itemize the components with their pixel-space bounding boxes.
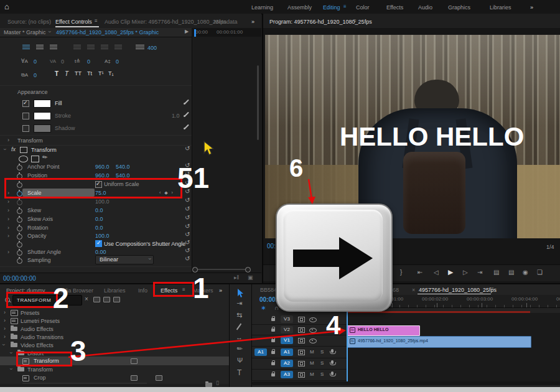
pen-mask-tool-icon[interactable]: ✎: [40, 153, 49, 162]
fx-transform-reset-icon[interactable]: ↺: [185, 146, 190, 152]
workspace-tab-editing[interactable]: Editing: [323, 4, 340, 11]
transform-folder-chevron[interactable]: ›: [8, 368, 14, 370]
baseline-shift-value[interactable]: 0: [116, 58, 119, 65]
a1-sync-icon[interactable]: [298, 350, 305, 355]
a1-track-label[interactable]: A1: [281, 348, 293, 356]
search-clear-icon[interactable]: ×: [85, 296, 88, 302]
v3-lock-icon[interactable]: [271, 318, 275, 321]
master-clip-tab[interactable]: Master * Graphic: [4, 29, 46, 36]
effect-controls-panel-menu-icon[interactable]: ≡: [95, 18, 98, 24]
a3-mute-button[interactable]: M: [310, 371, 314, 377]
tree-item-presets[interactable]: Presets: [21, 309, 40, 317]
justify-full-button[interactable]: [114, 45, 122, 50]
chevron-down-icon[interactable]: ›: [47, 31, 53, 33]
anchor-y-value[interactable]: 540.0: [116, 163, 130, 170]
tab-metadata[interactable]: Metadata: [214, 18, 238, 26]
play-button[interactable]: ▶: [448, 268, 453, 276]
ec-current-timecode[interactable]: 00:00:00:00: [3, 274, 36, 282]
sampling-reset-icon[interactable]: ↺: [185, 256, 190, 262]
a2-mute-button[interactable]: M: [310, 360, 314, 366]
v2-lock-icon[interactable]: [271, 329, 275, 332]
step-back-button[interactable]: ◁: [434, 269, 439, 276]
tab-info[interactable]: Info: [138, 287, 147, 294]
v2-sync-icon[interactable]: [298, 327, 305, 333]
track-header-a3[interactable]: A3 M S: [252, 370, 347, 381]
v3-visibility-icon[interactable]: [309, 317, 317, 322]
stroke-color-swatch[interactable]: [34, 112, 51, 120]
graphic-clip-tab[interactable]: 4957766-hd_1920_1080_25fps * Graphic: [56, 29, 159, 36]
program-zoom-level[interactable]: 1/4: [546, 243, 554, 251]
ec-play-icon[interactable]: ▸‖: [234, 274, 239, 281]
ec-playhead[interactable]: [194, 29, 196, 37]
shutter-comp-stopwatch-icon[interactable]: [17, 242, 22, 248]
ripple-edit-tool-icon[interactable]: ⇆: [236, 311, 242, 319]
tab-audio-clip-mixer[interactable]: Audio Clip Mixer: 4957766-hd_1920_1080_2…: [105, 18, 226, 26]
export-frame-button[interactable]: ◉: [523, 269, 528, 276]
track-select-tool-icon[interactable]: ⇥: [236, 299, 242, 307]
hand-tool-icon[interactable]: Ψ: [237, 357, 243, 364]
skew-axis-reset-icon[interactable]: ↺: [185, 215, 190, 221]
tab-effect-controls[interactable]: Effect Controls: [55, 18, 92, 26]
workspace-tab-libraries[interactable]: Libraries: [490, 4, 511, 11]
ec-export-icon[interactable]: ▣: [248, 274, 253, 281]
workspace-tab-learning[interactable]: Learning: [251, 4, 273, 11]
superscript-button[interactable]: T¹: [98, 70, 104, 77]
accelerated-effects-filter-icon[interactable]: [93, 297, 100, 302]
fill-color-swatch[interactable]: [34, 100, 51, 108]
lift-button[interactable]: ▤: [493, 269, 499, 276]
tab-libraries[interactable]: Libraries: [104, 287, 126, 294]
workspace-tab-graphics[interactable]: Graphics: [448, 4, 470, 11]
slip-tool-icon[interactable]: ↔: [236, 334, 243, 341]
delete-icon[interactable]: ▯: [216, 380, 219, 386]
workspace-tab-color[interactable]: Color: [356, 4, 370, 11]
selection-tool-icon[interactable]: [236, 289, 245, 298]
anchor-stopwatch-icon[interactable]: [17, 165, 22, 170]
rotation-expander-chevron[interactable]: ›: [7, 225, 9, 231]
opacity-expander-chevron[interactable]: ›: [7, 233, 9, 239]
program-panel-menu-icon[interactable]: ≡: [353, 18, 357, 24]
skew-expander-chevron[interactable]: ›: [7, 207, 9, 213]
extract-button[interactable]: ▤: [508, 269, 514, 276]
go-to-out-button[interactable]: ⇥: [477, 269, 482, 276]
faux-bold-button[interactable]: T: [55, 70, 58, 77]
a2-voiceover-icon[interactable]: [331, 360, 334, 364]
v1-visibility-icon[interactable]: [309, 338, 317, 343]
a3-solo-button[interactable]: S: [320, 371, 324, 377]
opacity-reset-icon[interactable]: ↺: [185, 231, 190, 238]
leading-value[interactable]: 400: [147, 44, 157, 52]
tab-source-monitor[interactable]: Source: (no clips): [7, 18, 51, 26]
workspace-menu-icon[interactable]: ≡: [343, 4, 347, 9]
all-caps-button[interactable]: TT: [75, 70, 82, 77]
v1-sync-icon[interactable]: [298, 338, 305, 343]
subscript-button[interactable]: T₁: [108, 70, 114, 77]
kerning-value[interactable]: 0: [34, 58, 37, 65]
a3-lock-icon[interactable]: [271, 373, 275, 376]
skew-axis-expander-chevron[interactable]: ›: [7, 216, 9, 222]
audio-effects-chevron[interactable]: ›: [4, 325, 6, 332]
new-bin-icon[interactable]: [205, 383, 212, 387]
type-tool-icon[interactable]: T: [237, 368, 241, 377]
v3-sync-icon[interactable]: [298, 317, 305, 322]
ec-zoom-bar[interactable]: [194, 269, 248, 270]
a1-solo-button[interactable]: S: [320, 349, 324, 355]
align-left-button[interactable]: [22, 45, 30, 50]
v2-visibility-icon[interactable]: [309, 328, 317, 333]
a1-voiceover-icon[interactable]: [331, 349, 334, 353]
fill-checkbox[interactable]: [22, 100, 29, 107]
workspace-overflow-chevron[interactable]: »: [530, 4, 533, 11]
justify-left-button[interactable]: [73, 45, 81, 50]
lumetri-chevron[interactable]: ›: [4, 317, 6, 324]
32bit-effects-filter-icon[interactable]: [103, 297, 110, 302]
shadow-checkbox[interactable]: [22, 125, 29, 132]
tree-item-video-effects[interactable]: Video Effects: [21, 342, 54, 349]
video-clip[interactable]: fx 4957766-hd_1920_1080_25fps.mp4: [347, 336, 531, 348]
justify-center-button[interactable]: [87, 45, 95, 50]
a1-mute-button[interactable]: M: [310, 349, 314, 355]
timeline-timecode[interactable]: 00:00:: [259, 296, 278, 304]
a3-voiceover-icon[interactable]: [331, 371, 334, 375]
shutter-comp-reset-icon[interactable]: ↺: [185, 240, 190, 246]
align-right-button[interactable]: [50, 45, 57, 50]
timeline-view-toggle-icon[interactable]: ▶: [185, 29, 189, 34]
ec-zoom-handle-right[interactable]: [245, 267, 251, 273]
rotation-stopwatch-icon[interactable]: [17, 226, 22, 231]
